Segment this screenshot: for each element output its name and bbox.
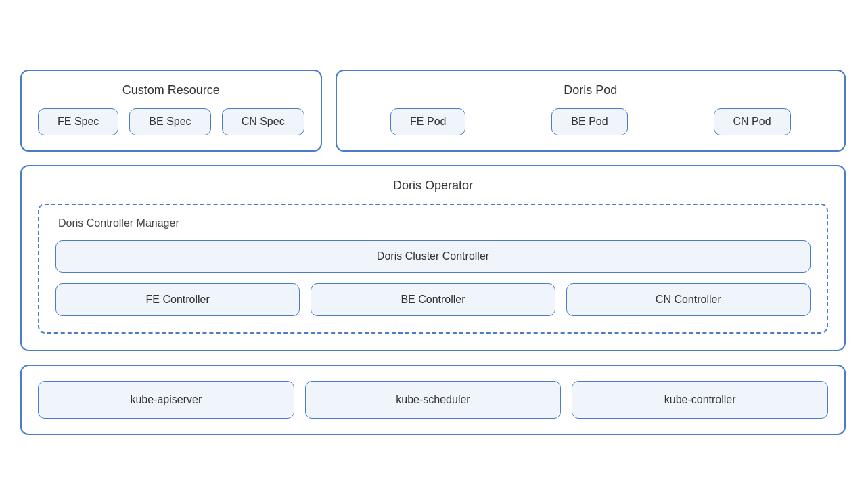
fe-controller-chip: FE Controller: [55, 283, 300, 316]
kube-controller-chip: kube-controller: [572, 381, 828, 419]
cn-controller-chip: CN Controller: [566, 283, 811, 316]
kube-apiserver-chip: kube-apiserver: [38, 381, 294, 419]
fe-spec-chip: FE Spec: [38, 108, 118, 135]
cluster-controller-chip: Doris Cluster Controller: [55, 240, 811, 273]
diagram-container: Custom Resource FE Spec BE Spec CN Spec …: [20, 70, 846, 435]
top-row: Custom Resource FE Spec BE Spec CN Spec …: [20, 70, 846, 152]
custom-resource-title: Custom Resource: [38, 83, 304, 97]
controller-manager-title: Doris Controller Manager: [55, 217, 811, 229]
doris-pod-title: Doris Pod: [353, 83, 828, 97]
custom-resource-chips-row: FE Spec BE Spec CN Spec: [38, 108, 304, 135]
fe-pod-chip: FE Pod: [390, 108, 465, 135]
controller-manager-panel: Doris Controller Manager Doris Cluster C…: [38, 204, 828, 334]
cn-pod-chip: CN Pod: [714, 108, 791, 135]
kube-scheduler-chip: kube-scheduler: [305, 381, 562, 419]
be-controller-chip: BE Controller: [311, 283, 555, 316]
be-spec-chip: BE Spec: [129, 108, 210, 135]
sub-controllers-row: FE Controller BE Controller CN Controlle…: [55, 283, 811, 316]
operator-title: Doris Operator: [38, 179, 828, 193]
custom-resource-panel: Custom Resource FE Spec BE Spec CN Spec: [20, 70, 322, 152]
be-pod-chip: BE Pod: [551, 108, 627, 135]
doris-pod-chips-row: FE Pod BE Pod CN Pod: [353, 108, 828, 135]
cn-spec-chip: CN Spec: [222, 108, 304, 135]
kube-chips-row: kube-apiserver kube-scheduler kube-contr…: [38, 381, 828, 419]
kube-panel: kube-apiserver kube-scheduler kube-contr…: [20, 365, 846, 435]
operator-panel: Doris Operator Doris Controller Manager …: [20, 165, 846, 351]
doris-pod-panel: Doris Pod FE Pod BE Pod CN Pod: [336, 70, 846, 152]
